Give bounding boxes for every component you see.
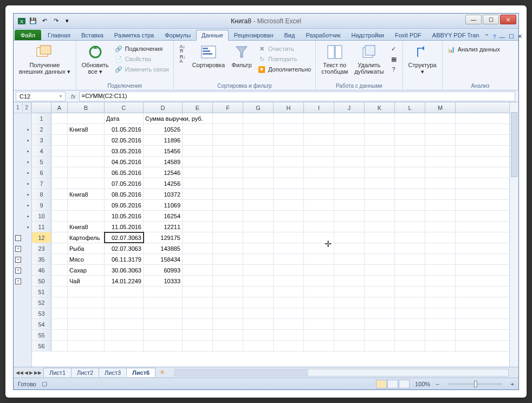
connections-button[interactable]: 🔗Подключения [113,44,170,54]
cell-M53[interactable] [425,308,456,318]
cell-L50[interactable] [395,276,425,286]
cell-I6[interactable] [304,167,334,178]
row-header-7[interactable]: 7 [32,178,51,188]
cell-J46[interactable] [334,265,365,275]
outline-row-35[interactable]: + [14,254,31,265]
cell-J55[interactable] [334,330,365,340]
outline-level-1[interactable]: 1 [14,102,23,113]
row-header-5[interactable]: 5 [32,157,51,167]
cell-K6[interactable] [365,167,395,178]
cell-H3[interactable] [274,135,304,145]
col-header-H[interactable]: H [274,102,304,113]
cell-I12[interactable] [304,232,334,243]
row-header-8[interactable]: 8 [32,189,51,199]
sort-button[interactable]: Сортировка [190,42,227,68]
cell-L6[interactable] [395,167,425,178]
cell-J12[interactable] [334,232,365,243]
cell-E1[interactable] [183,113,213,123]
cell-H35[interactable] [274,254,304,264]
cell-G8[interactable] [243,189,274,199]
cell-A53[interactable] [51,308,68,318]
cell-D23[interactable]: 143885 [144,243,183,253]
outline-row-50[interactable]: + [14,276,31,287]
cell-L56[interactable] [395,341,425,351]
cell-J56[interactable] [334,341,365,351]
cell-J9[interactable] [334,200,365,210]
cell-K53[interactable] [365,308,395,318]
row-header-53[interactable]: 53 [32,308,51,318]
cell-K9[interactable] [365,200,395,210]
cell-H7[interactable] [274,178,304,188]
cell-F46[interactable] [213,265,243,275]
clear-filter-button[interactable]: ✖Очистить [256,44,312,54]
cell-D5[interactable]: 14589 [144,157,183,167]
cell-G3[interactable] [243,135,274,145]
row-header-23[interactable]: 23 [32,243,51,253]
cell-B4[interactable] [68,146,105,156]
minimize-button[interactable]: — [465,15,482,24]
consolidate-button[interactable]: ▦ [388,54,399,64]
cell-I50[interactable] [304,276,334,286]
cell-J51[interactable] [334,287,365,297]
cell-H56[interactable] [274,341,304,351]
cell-C5[interactable]: 04.05.2016 [105,157,144,167]
cell-L54[interactable] [395,319,425,329]
cell-K2[interactable] [365,124,395,134]
macro-record-icon[interactable]: ▢ [42,380,47,387]
row-header-9[interactable]: 9 [32,200,51,210]
cell-G12[interactable] [243,232,274,243]
cell-C10[interactable]: 10.05.2016 [105,211,144,221]
cell-G4[interactable] [243,146,274,156]
cell-M8[interactable] [425,189,456,199]
cell-E7[interactable] [183,178,213,188]
cell-H51[interactable] [274,287,304,297]
cell-A35[interactable] [51,254,68,264]
cell-F54[interactable] [213,319,243,329]
cell-C52[interactable] [105,297,144,308]
cell-C4[interactable]: 03.05.2016 [105,146,144,156]
cell-D10[interactable]: 16254 [144,211,183,221]
reapply-button[interactable]: ↻Повторить [256,54,312,64]
cell-H4[interactable] [274,146,304,156]
cell-L35[interactable] [395,254,425,264]
cell-J7[interactable] [334,178,365,188]
cell-H5[interactable] [274,157,304,167]
row-header-51[interactable]: 51 [32,287,51,297]
cell-K8[interactable] [365,189,395,199]
outline-row-46[interactable]: + [14,265,31,276]
col-header-F[interactable]: F [213,102,243,113]
cell-H54[interactable] [274,319,304,329]
filter-button[interactable]: Фильтр [229,42,254,68]
cell-M12[interactable] [425,232,456,243]
cell-B10[interactable] [68,211,105,221]
cell-K1[interactable] [365,113,395,123]
tab-8[interactable]: Надстройки [346,30,390,40]
cell-J11[interactable] [334,222,365,232]
cell-J35[interactable] [334,254,365,264]
cell-K3[interactable] [365,135,395,145]
col-header-L[interactable]: L [395,102,425,113]
cell-L51[interactable] [395,287,425,297]
sort-asc-button[interactable]: А↓ Я [177,44,188,54]
text-to-columns-button[interactable]: Текст по столбцам [319,42,350,75]
qat-more-icon[interactable]: ▾ [62,16,72,26]
cell-F56[interactable] [213,341,243,351]
row-header-55[interactable]: 55 [32,330,51,340]
row-header-4[interactable]: 4 [32,146,51,156]
cell-A2[interactable] [51,124,68,134]
cell-E51[interactable] [183,287,213,297]
cell-M6[interactable] [425,167,456,178]
cell-J1[interactable] [334,113,365,123]
cell-B1[interactable] [68,113,105,123]
cell-C53[interactable] [105,308,144,318]
tab-2[interactable]: Разметка стра [109,30,159,40]
cell-B9[interactable] [68,200,105,210]
cell-K11[interactable] [365,222,395,232]
cell-J52[interactable] [334,297,365,308]
cell-B50[interactable]: Чай [68,276,105,286]
cell-D9[interactable]: 11069 [144,200,183,210]
cell-H53[interactable] [274,308,304,318]
cell-E55[interactable] [183,330,213,340]
cell-H10[interactable] [274,211,304,221]
cell-G53[interactable] [243,308,274,318]
